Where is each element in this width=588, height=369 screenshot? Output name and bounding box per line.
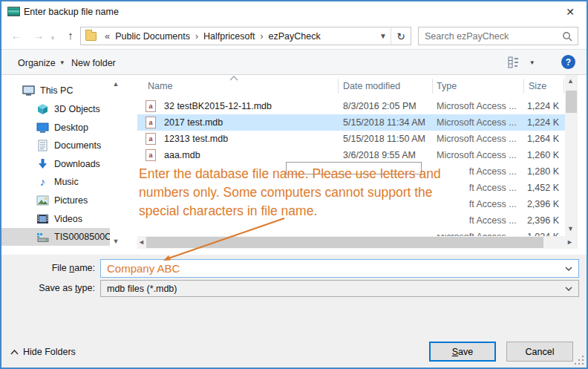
breadcrumb-item-public-documents[interactable]: Public Documents [114, 31, 192, 42]
save-dialog-window: Enter backup file name ✕ ← → ▼ ↑ « Publi… [0, 0, 588, 369]
sidebar-item-documents[interactable]: Documents [1, 137, 110, 154]
table-row-selected[interactable]: a 2017 test.mdb 5/15/2018 11:34 AM Micro… [137, 114, 565, 131]
command-toolbar: Organize▼ New folder ▼ ? [1, 49, 587, 75]
column-header-size[interactable]: Size [529, 81, 546, 91]
details-view-icon [508, 56, 523, 69]
sidebar-item-downloads[interactable]: Downloads [1, 155, 110, 173]
vertical-scroll-thumb[interactable] [566, 91, 577, 113]
access-file-icon: a [146, 100, 156, 112]
address-dropdown-chevron-icon[interactable]: ▼ [376, 32, 391, 40]
file-name-input[interactable] [107, 261, 552, 275]
access-file-icon: a [146, 149, 156, 161]
navigation-sidebar: This PC 3D Objects Desktop Documents Dow… [1, 75, 137, 255]
dialog-bottom: File name: Save as type: mdb files (*.md… [1, 255, 587, 368]
new-folder-button[interactable]: New folder [71, 55, 116, 71]
file-name-label: File name: [1, 263, 95, 273]
scroll-down-icon[interactable]: ▼ [567, 225, 574, 232]
chevron-down-icon: ▼ [526, 59, 535, 66]
sidebar-scroll-down-icon[interactable]: ▼ [111, 237, 121, 246]
breadcrumb-item-ezpaycheck[interactable]: ezPayCheck [267, 31, 321, 42]
computer-icon [22, 85, 35, 97]
table-row[interactable]: a 32 testBK2015-12-11.mdb 8/3/2016 2:05 … [137, 98, 565, 114]
up-icon[interactable]: ↑ [61, 29, 80, 42]
resize-grip[interactable] [575, 356, 584, 365]
address-bar[interactable]: « Public Documents › Halfpricesoft › ezP… [80, 27, 411, 45]
chevron-down-icon[interactable] [565, 267, 572, 271]
horizontal-scrollbar[interactable]: ◄ ► [137, 236, 578, 249]
sidebar-item-pictures[interactable]: Pictures [1, 192, 110, 209]
breadcrumb-item-halfpricesoft[interactable]: Halfpricesoft [202, 31, 256, 42]
file-name-combo [100, 259, 579, 278]
navigation-bar: ← → ▼ ↑ « Public Documents › Halfpriceso… [1, 22, 587, 49]
refresh-icon[interactable]: ↻ [391, 30, 411, 42]
folder-icon [85, 32, 97, 41]
column-header-date-modified[interactable]: Date modified [343, 81, 400, 91]
window-title: Enter backup file name [24, 7, 119, 17]
table-row[interactable]: a aaa.mdb 3/6/2018 9:55 AM Microsoft Acc… [137, 147, 565, 163]
scroll-left-icon[interactable]: ◄ [138, 238, 145, 246]
app-icon [7, 7, 20, 16]
close-icon[interactable]: ✕ [554, 1, 587, 22]
table-row[interactable]: a 12313 test.mdb 5/15/2018 11:50 AM Micr… [137, 131, 565, 147]
sidebar-item-local-disk-c[interactable]: TIS0008500C (C:) [1, 228, 110, 246]
breadcrumb-separator: › [192, 31, 202, 42]
save-button[interactable]: Save [429, 342, 496, 362]
sidebar-item-videos[interactable]: Videos [1, 210, 110, 228]
chevron-down-icon [565, 287, 572, 291]
scroll-up-icon[interactable]: ▲ [567, 77, 574, 85]
chevron-down-icon: ▼ [56, 59, 65, 66]
main-area: This PC 3D Objects Desktop Documents Dow… [1, 75, 587, 255]
search-box [418, 27, 578, 45]
scroll-right-icon[interactable]: ► [566, 238, 573, 246]
sidebar-scroll-up-icon[interactable]: ▲ [111, 79, 121, 88]
cancel-button[interactable]: Cancel [506, 342, 573, 362]
horizontal-scroll-thumb[interactable] [146, 237, 543, 248]
search-icon [562, 31, 572, 42]
sidebar-item-this-pc[interactable]: This PC [1, 82, 110, 99]
save-as-type-label: Save as type: [1, 283, 95, 293]
change-view-button[interactable]: ▼ [508, 56, 535, 71]
breadcrumb-separator: › [256, 31, 267, 42]
drive-icon [36, 231, 49, 243]
cube-icon [36, 103, 49, 115]
sort-ascending-icon [229, 76, 238, 81]
back-icon[interactable]: ← [7, 29, 25, 42]
access-file-icon: a [146, 133, 156, 145]
help-icon[interactable]: ? [561, 55, 575, 69]
video-icon [36, 213, 49, 225]
breadcrumb-chevrons: « [101, 30, 114, 42]
column-headers: Name Date modified Type Size [137, 75, 565, 97]
annotation-note: Enter the database file name. Please use… [139, 165, 480, 221]
access-file-icon: a [146, 117, 156, 128]
save-as-type-select[interactable]: mdb files (*.mdb) [100, 280, 579, 297]
download-arrow-icon [36, 158, 49, 170]
music-note-icon: ♪ [36, 176, 49, 188]
recent-locations-chevron-icon[interactable]: ▼ [48, 32, 58, 45]
column-header-type[interactable]: Type [437, 81, 457, 91]
sidebar-item-3d-objects[interactable]: 3D Objects [1, 100, 110, 118]
picture-icon [36, 195, 49, 206]
sidebar-item-music[interactable]: ♪ Music [1, 173, 110, 191]
column-header-name[interactable]: Name [148, 81, 172, 91]
organize-button[interactable]: Organize▼ [18, 55, 65, 71]
sidebar-item-desktop[interactable]: Desktop [1, 119, 110, 137]
hide-folders-button[interactable]: Hide Folders [10, 343, 76, 361]
vertical-scrollbar[interactable]: ▲ ▼ [565, 75, 578, 236]
chevron-up-icon [10, 350, 19, 355]
document-icon [36, 140, 49, 151]
title-bar: Enter backup file name ✕ [1, 1, 587, 22]
search-input[interactable] [425, 28, 558, 44]
forward-icon[interactable]: → [30, 29, 48, 42]
desktop-icon [36, 122, 49, 134]
file-list-pane: Name Date modified Type Size a 32 testBK… [137, 75, 578, 249]
